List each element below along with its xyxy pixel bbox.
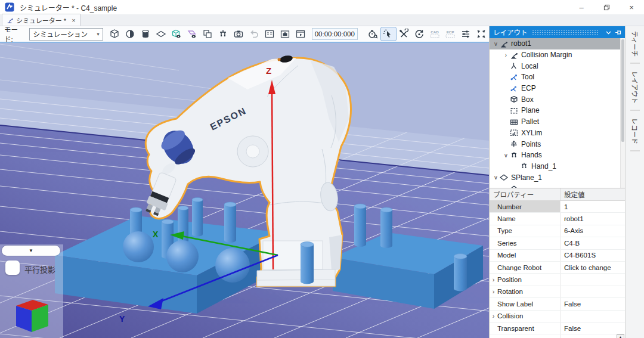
plane-visibility-button[interactable] bbox=[185, 27, 200, 41]
tree-item-plane[interactable]: Plane bbox=[490, 105, 625, 116]
tree-item-pallet[interactable]: Pallet bbox=[490, 116, 625, 128]
simulator-tab[interactable]: シミュレーター * × bbox=[2, 14, 80, 26]
ecp-button: ECP bbox=[443, 27, 458, 41]
solid-view-button[interactable] bbox=[107, 27, 122, 41]
box-visibility-button[interactable] bbox=[169, 27, 184, 41]
property-name-cell: Name bbox=[490, 213, 561, 224]
tree-item-ecp[interactable]: ECP bbox=[490, 83, 625, 94]
simulator-tab-label: シミュレーター * bbox=[16, 15, 66, 25]
property-value-cell[interactable] bbox=[561, 274, 625, 285]
property-row-transparency[interactable]: Transparency(%)50▲▼ bbox=[490, 334, 625, 338]
tab-close-icon[interactable]: × bbox=[72, 17, 75, 24]
orientation-cube[interactable] bbox=[13, 296, 54, 334]
front-pin[interactable] bbox=[301, 242, 314, 284]
tree-item-xylim[interactable]: XYLim bbox=[490, 128, 625, 139]
tree-scrollbar-thumb[interactable] bbox=[621, 39, 624, 142]
sphere-view-button[interactable] bbox=[123, 27, 138, 41]
property-value-cell[interactable]: Click to change bbox=[561, 262, 625, 273]
tree-item-hands[interactable]: ∨Hands bbox=[490, 150, 625, 161]
side-tab-teach[interactable]: ティーチ bbox=[630, 29, 640, 64]
tree-expander-icon[interactable]: ∨ bbox=[492, 41, 500, 47]
tree-item-box[interactable]: Box bbox=[490, 94, 625, 105]
tree-item-splane-1[interactable]: ∨SPlane_1 bbox=[490, 172, 625, 183]
tree-item-robot1[interactable]: ∨robot1 bbox=[490, 38, 625, 49]
layout-panel-header[interactable]: レイアウト bbox=[489, 26, 625, 38]
tree-item-hidden[interactable] bbox=[490, 183, 625, 188]
property-row-number[interactable]: Number1 bbox=[490, 201, 625, 213]
property-value-cell[interactable]: robot1 bbox=[561, 213, 625, 224]
overlay-collapse-button[interactable]: ▼ bbox=[2, 246, 60, 256]
property-row-name[interactable]: Namerobot1 bbox=[490, 213, 625, 225]
tree-scrollbar[interactable] bbox=[620, 38, 625, 188]
property-value-cell[interactable]: C4-B bbox=[561, 237, 625, 249]
property-value-cell[interactable]: C4-B601S bbox=[561, 250, 625, 261]
property-row-collision[interactable]: ›Collision bbox=[490, 311, 625, 323]
parallel-projection-label: 平行投影 bbox=[24, 263, 55, 275]
measure-time-button[interactable] bbox=[366, 27, 380, 41]
property-value-cell[interactable] bbox=[561, 286, 625, 297]
tree-item-label: Tool bbox=[521, 73, 534, 81]
display-settings-button[interactable] bbox=[459, 27, 473, 41]
video-recorder-button[interactable] bbox=[293, 27, 308, 41]
mode-select[interactable]: シミュレーション ▾ bbox=[29, 28, 103, 41]
property-row-type[interactable]: Type6-Axis bbox=[490, 225, 625, 237]
properties-form-button[interactable] bbox=[262, 27, 277, 41]
cylinder-view-button[interactable] bbox=[138, 27, 153, 41]
app-window: シミュレーター * - C4_sample – × シミュレーター * × モー… bbox=[0, 0, 644, 338]
property-row-rotation[interactable]: ›Rotation bbox=[490, 286, 625, 298]
property-value-cell[interactable]: 6-Axis bbox=[561, 225, 625, 237]
tree-item-label: Collision Margin bbox=[521, 51, 572, 59]
tree-expander-icon[interactable]: › bbox=[502, 52, 510, 58]
close-button[interactable]: × bbox=[619, 0, 644, 14]
snapshot-camera-button[interactable] bbox=[231, 27, 246, 41]
restore-button[interactable] bbox=[594, 0, 619, 14]
tree-expander-icon[interactable]: ∨ bbox=[492, 174, 500, 181]
property-expander-icon[interactable]: › bbox=[490, 288, 497, 295]
capture-window-button[interactable] bbox=[278, 27, 293, 41]
property-row-position[interactable]: ›Position bbox=[490, 274, 625, 286]
duplicate-button[interactable] bbox=[200, 27, 215, 41]
view-options-overlay: ▼ 平行投影 bbox=[0, 244, 63, 338]
tree-expander-icon[interactable]: ∨ bbox=[502, 152, 510, 159]
tree-item-collision-margin[interactable]: ›Collision Margin bbox=[490, 49, 625, 61]
property-value-cell[interactable]: 50▲▼ bbox=[561, 334, 625, 338]
property-expander-icon[interactable]: › bbox=[490, 312, 497, 320]
tree-item-points[interactable]: Points bbox=[490, 138, 625, 150]
property-row-series[interactable]: SeriesC4-B bbox=[490, 237, 625, 249]
properties-panel: プロパティー 設定値 Number1Namerobot1Type6-AxisSe… bbox=[489, 188, 625, 338]
pick-object-button[interactable] bbox=[381, 27, 396, 41]
window-title: シミュレーター * - C4_sample bbox=[20, 2, 117, 13]
plane-view-button[interactable] bbox=[154, 27, 169, 41]
tree-item-tool[interactable]: Tool bbox=[490, 72, 625, 83]
tree-item-label: Hand_1 bbox=[531, 162, 556, 170]
tools-button[interactable] bbox=[397, 27, 411, 41]
reset-view-button[interactable] bbox=[412, 27, 427, 41]
property-value-cell[interactable] bbox=[561, 311, 625, 322]
side-tab-layout[interactable]: レイアウト bbox=[630, 69, 640, 111]
tree-item-local[interactable]: Local bbox=[490, 60, 625, 72]
tree-item-hand-1[interactable]: Hand_1 bbox=[490, 161, 625, 172]
axis-y-label: Y bbox=[119, 314, 125, 324]
panel-pin-icon[interactable] bbox=[615, 29, 621, 36]
property-row-show-label[interactable]: Show LabelFalse bbox=[490, 298, 625, 310]
property-row-transparent[interactable]: TransparentFalse bbox=[490, 323, 625, 334]
document-tab-bar: シミュレーター * × bbox=[0, 14, 644, 26]
property-name-cell: Show Label bbox=[490, 298, 561, 309]
property-row-model[interactable]: ModelC4-B601S bbox=[490, 250, 625, 262]
side-tab-record[interactable]: レコード bbox=[630, 116, 640, 151]
hands-icon bbox=[520, 162, 530, 170]
transparency-spinner[interactable]: ▲▼ bbox=[617, 334, 624, 338]
minimize-button[interactable]: – bbox=[569, 0, 594, 14]
property-value-cell[interactable]: False bbox=[561, 298, 625, 309]
3d-viewport[interactable]: EPSON bbox=[0, 43, 489, 338]
property-value-cell[interactable]: False bbox=[561, 323, 625, 334]
parallel-projection-checkbox[interactable] bbox=[5, 261, 20, 275]
property-row-change-robot[interactable]: Change RobotClick to change bbox=[490, 262, 625, 274]
move-parts-button[interactable] bbox=[474, 27, 489, 41]
undo-button[interactable] bbox=[247, 27, 262, 41]
hand-button[interactable] bbox=[216, 27, 231, 41]
property-expander-icon[interactable]: › bbox=[490, 276, 497, 283]
panel-chevron-down-icon[interactable] bbox=[605, 29, 612, 36]
splane-icon bbox=[500, 173, 510, 181]
property-value-cell[interactable]: 1 bbox=[561, 201, 625, 212]
